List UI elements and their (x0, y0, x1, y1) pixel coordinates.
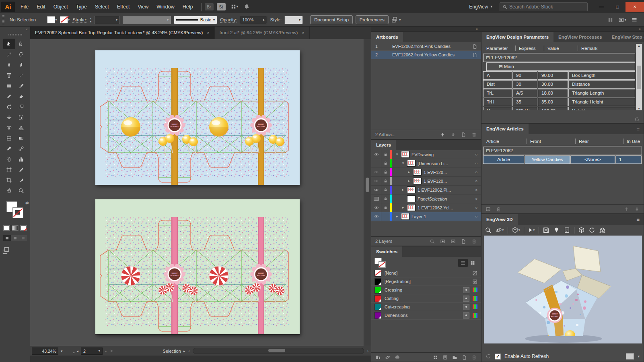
artboard-canvas-yellow-candies[interactable]: SWEET BUTTERY SWEET BUTTERY (95, 50, 300, 185)
color-mode-icon[interactable] (473, 296, 477, 301)
3d-orbit-icon[interactable]: ▾ (495, 227, 504, 234)
swatch-row[interactable]: Creasing (371, 286, 481, 294)
next-artboard-icon[interactable]: ▸ (104, 349, 108, 353)
draw-inside-mode[interactable] (19, 235, 27, 241)
new-artboard-icon[interactable] (461, 132, 466, 137)
swatches-panel-tab[interactable]: Swatches (371, 246, 402, 257)
tool-blend[interactable] (15, 143, 27, 154)
tool-artboard[interactable] (3, 164, 15, 175)
fill-color-control[interactable]: ▾ (47, 16, 57, 23)
articles-panel-tab[interactable]: EngView Articles (481, 124, 529, 134)
artboard-row-1[interactable]: 1 EVF12062.front.Pink Candies (371, 42, 481, 51)
layer-name[interactable]: EVDrawing (412, 152, 472, 157)
layer-row[interactable]: ▾ EVDrawing ○ (371, 150, 481, 159)
swatch-row[interactable]: Cutting (371, 294, 481, 303)
tool-zoom[interactable] (15, 185, 27, 196)
zoom-dropdown-icon[interactable]: ▾ (60, 349, 64, 353)
panel-menu-icon[interactable]: ≡ (632, 126, 644, 132)
tool-type[interactable] (3, 70, 15, 81)
layer-lock-icon[interactable] (381, 194, 390, 203)
list-view-button[interactable] (458, 259, 468, 267)
layer-expand-icon[interactable]: ▸ (406, 170, 412, 174)
minimize-button[interactable]: — (593, 2, 609, 12)
layer-thumbnail[interactable] (407, 195, 416, 202)
dock-collapse-icon[interactable]: » (371, 27, 481, 31)
swatch-row[interactable]: Dimensions (371, 311, 481, 320)
spot-color-button[interactable] (463, 296, 469, 302)
mini-fill-stroke-control[interactable] (374, 258, 388, 268)
document-tab-active[interactable]: EVF12062 Spherical Box Top Regular Tuck … (30, 27, 215, 39)
layer-thumbnail[interactable] (407, 160, 416, 167)
close-button[interactable]: × (625, 2, 644, 12)
swatch-kinds-icon[interactable] (433, 355, 438, 360)
preferences-button[interactable]: Preferences (356, 15, 389, 24)
stock-search-field[interactable]: Search Adobe Stock (500, 2, 588, 11)
layer-thumbnail[interactable] (413, 169, 422, 176)
layer-target-icon[interactable]: ○ (472, 179, 481, 183)
canvas-pasteboard[interactable]: SWEET BUTTERY SWEET BUTTERY SWEET BUTTER… (30, 39, 371, 346)
layer-target-icon[interactable]: ○ (472, 197, 481, 201)
parameters-table[interactable]: Parameter Express Value Remark ⊟ 1 EVF12… (483, 44, 642, 110)
move-article-down-icon[interactable] (634, 207, 640, 212)
articles-table[interactable]: Article Front Rear In Use ⊟ EVF12062 Art… (483, 137, 642, 164)
layer-expand-icon[interactable]: ▾ (394, 153, 400, 156)
layer-visibility-icon[interactable] (371, 168, 381, 176)
opacity-value[interactable]: 100%▸ (240, 16, 267, 24)
controlbar-grip[interactable] (2, 15, 4, 24)
menu-view[interactable]: View (134, 4, 152, 10)
artboard-page-icon[interactable] (472, 52, 477, 58)
layer-visibility-icon[interactable] (371, 194, 381, 203)
layer-name[interactable]: 1 EVF12062.Pi... (418, 188, 472, 192)
layer-thumbnail[interactable] (401, 151, 409, 158)
layer-row[interactable]: ▸ 1 EVF12062.Pi... ○ (371, 186, 481, 194)
layer-expand-icon[interactable]: ▸ (394, 215, 400, 218)
previous-artboard-icon[interactable]: ◂ (76, 349, 80, 353)
layer-thumbnail[interactable] (407, 186, 416, 193)
3d-light-icon[interactable] (553, 227, 560, 234)
tool-shape-builder[interactable] (3, 122, 15, 133)
workspace-switcher[interactable]: EngView ▾ (469, 4, 492, 10)
layer-name[interactable]: [Dimension Li... (418, 161, 472, 166)
fill-stroke-control[interactable]: ⇄ (6, 201, 24, 220)
3d-zoom-icon[interactable] (485, 227, 492, 234)
layer-lock-icon[interactable] (381, 168, 390, 176)
layer-visibility-icon[interactable] (371, 150, 381, 159)
refresh-parameters-icon[interactable] (634, 117, 640, 122)
tool-line-segment[interactable] (15, 70, 27, 81)
scrollbar-thumb[interactable] (637, 66, 641, 89)
dock-collapse-icon[interactable]: » (481, 27, 644, 31)
color-button[interactable] (3, 225, 10, 231)
menu-object[interactable]: Object (49, 4, 72, 10)
document-layout-icon[interactable]: ▾ (618, 17, 626, 23)
3d-export-icon[interactable] (543, 227, 549, 234)
horizontal-scrollbar-thumb[interactable] (268, 349, 285, 352)
move-down-icon[interactable] (451, 132, 456, 137)
layer-target-icon[interactable]: ○ (472, 188, 481, 192)
maximize-button[interactable]: □ (609, 2, 625, 12)
draw-normal-mode[interactable] (3, 235, 11, 241)
3d-settings-doc-icon[interactable] (564, 227, 570, 234)
align-options-icon[interactable]: ▾ (391, 17, 401, 23)
draw-behind-mode[interactable] (11, 235, 19, 241)
tool-paintbrush[interactable] (15, 81, 27, 91)
swatch-options-icon[interactable] (442, 355, 448, 360)
toolbar-drag-handle[interactable] (8, 34, 22, 35)
layer-lock-icon[interactable] (381, 212, 390, 221)
tool-perspective-grid[interactable] (15, 122, 27, 133)
tab-close-icon[interactable]: × (302, 30, 304, 35)
layer-lock-icon[interactable] (381, 177, 390, 185)
scroll-right-icon[interactable]: › (366, 349, 369, 353)
layer-name[interactable]: 1 EVF12062.Yel... (418, 205, 472, 210)
grid-view-button[interactable] (468, 259, 477, 267)
controlbar-menu-icon[interactable] (631, 17, 638, 23)
3d-fold-box-icon[interactable] (599, 227, 606, 234)
first-artboard-icon[interactable] (70, 349, 74, 353)
tool-lasso[interactable] (15, 49, 27, 60)
3d-view-cube-icon[interactable]: ▾ (512, 227, 521, 234)
tab-design-parameters[interactable]: EngView Design Parameters (481, 32, 553, 42)
layer-name[interactable]: Layer 1 (412, 214, 472, 219)
menu-help[interactable]: Help (179, 4, 197, 10)
delete-swatch-icon[interactable] (471, 355, 477, 360)
layer-visibility-icon[interactable] (371, 159, 381, 168)
swatch-row[interactable]: Cut-creasing (371, 303, 481, 311)
